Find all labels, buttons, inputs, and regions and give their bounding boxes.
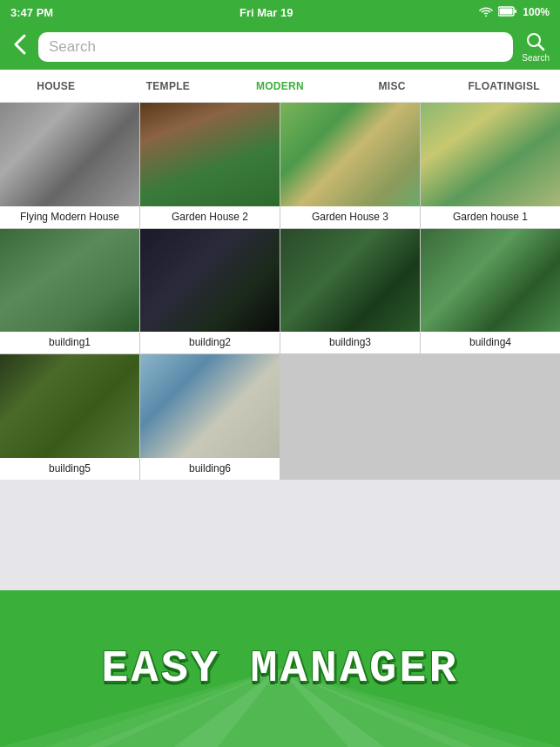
thumbnail-garden-house-2 (140, 103, 280, 206)
grid-item-label-flying-modern-house: Flying Modern House (0, 206, 139, 228)
grid-item-building3[interactable]: building3 (280, 229, 420, 354)
grid-item-garden-house-3[interactable]: Garden House 3 (280, 103, 420, 228)
thumbnail-flying-modern-house (0, 103, 139, 206)
battery-icon (498, 6, 517, 19)
thumbnail-garden-house-1 (421, 103, 560, 206)
svg-rect-9 (421, 103, 560, 206)
banner-title: EASY MANAGER (101, 643, 458, 695)
search-button-label: Search (522, 53, 550, 63)
svg-rect-6 (0, 103, 139, 206)
grid-item-label-garden-house-2: Garden House 2 (140, 206, 280, 228)
svg-rect-11 (140, 229, 280, 333)
svg-line-5 (539, 44, 544, 50)
thumbnail-garden-house-3 (280, 103, 420, 206)
svg-rect-12 (280, 229, 420, 333)
thumbnail-building2 (140, 229, 280, 333)
grid-item-label-building4: building4 (421, 332, 560, 353)
status-time: 3:47 PM (10, 6, 53, 19)
tab-floatingisland[interactable]: FLOATINGISL (448, 71, 560, 101)
grid-item-label-building3: building3 (280, 332, 420, 353)
wifi-icon (479, 6, 493, 19)
grid-container: Flying Modern House Garden House 2 Garde… (0, 103, 560, 480)
grid-item-flying-modern-house[interactable]: Flying Modern House (0, 103, 139, 228)
grid-item-label-garden-house-1: Garden house 1 (421, 206, 560, 228)
svg-rect-14 (0, 354, 139, 458)
bottom-banner: EASY MANAGER (0, 590, 560, 747)
svg-rect-2 (515, 10, 517, 13)
thumbnail-building5 (0, 354, 139, 458)
grid-item-garden-house-2[interactable]: Garden House 2 (140, 103, 280, 228)
grid-item-label-building1: building1 (0, 332, 139, 353)
grid-item-label-building2: building2 (140, 332, 280, 353)
nav-bar: Search Search (0, 24, 560, 70)
svg-rect-7 (140, 103, 280, 206)
svg-rect-10 (0, 229, 139, 333)
thumbnail-building3 (280, 229, 420, 333)
search-bar[interactable]: Search (38, 32, 513, 62)
thumbnail-building4 (421, 229, 560, 333)
grid-item-building4[interactable]: building4 (421, 229, 560, 354)
grid-item-label-building5: building5 (0, 458, 139, 480)
thumbnail-building1 (0, 229, 139, 333)
tab-temple[interactable]: TEMPLE (112, 71, 225, 101)
category-tabs: HOUSETEMPLEMODERNMISCFLOATINGISL (0, 70, 560, 103)
grid-item-building2[interactable]: building2 (140, 229, 280, 354)
svg-rect-13 (421, 229, 560, 333)
svg-rect-3 (500, 8, 513, 14)
grid-item-building5[interactable]: building5 (0, 354, 139, 480)
tab-misc[interactable]: MISC (336, 71, 449, 101)
tab-modern[interactable]: MODERN (224, 71, 336, 101)
thumbnail-building6 (140, 354, 280, 458)
grid-item-label-building6: building6 (140, 458, 280, 480)
search-button[interactable]: Search (522, 32, 550, 63)
svg-rect-8 (280, 103, 420, 206)
svg-point-0 (485, 15, 487, 17)
search-placeholder: Search (49, 38, 96, 56)
status-date: Fri Mar 19 (240, 6, 293, 19)
svg-rect-15 (140, 354, 280, 458)
tab-house[interactable]: HOUSE (0, 71, 112, 101)
grid-item-label-garden-house-3: Garden House 3 (280, 206, 420, 228)
back-button[interactable] (10, 30, 30, 64)
battery-percent: 100% (523, 6, 550, 18)
grid-item-building6[interactable]: building6 (140, 354, 280, 480)
status-bar: 3:47 PM Fri Mar 19 100% (0, 0, 560, 24)
grid-item-building1[interactable]: building1 (0, 229, 139, 354)
grid-item-garden-house-1[interactable]: Garden house 1 (421, 103, 560, 228)
